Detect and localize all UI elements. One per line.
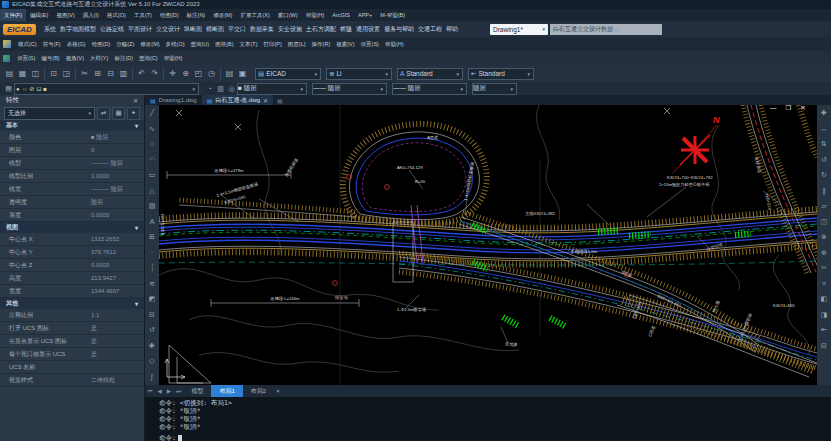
modify-scale-icon[interactable]: ◫ — [821, 214, 828, 230]
property-value[interactable]: 是 — [89, 335, 144, 347]
row3-item-9[interactable]: 文本(T) — [236, 41, 260, 48]
property-value[interactable] — [89, 361, 144, 373]
row4-item-5[interactable]: 查询(C) — [136, 55, 161, 62]
copy-icon[interactable]: ⊞ — [91, 66, 104, 81]
cad-drawing[interactable]: 改建段 L=379m1-4×3.5m钢筋砼盖板涵K3075+045K3075+4… — [159, 105, 817, 385]
row3-item-4[interactable]: 分幅(Z) — [113, 41, 137, 48]
textstyle-combo[interactable]: AStandard▾ — [397, 68, 463, 80]
layer-previous-icon[interactable]: ◔ — [204, 83, 215, 95]
menu-item-5[interactable]: 工具(T) — [130, 9, 156, 21]
eicad-item-2[interactable]: 公路定线 — [98, 25, 126, 34]
close-icon[interactable]: ✕ — [133, 97, 138, 104]
layout-more-icon[interactable]: ▾ — [274, 388, 282, 394]
row3-item-0[interactable]: 模式(C) — [15, 41, 40, 48]
eicad-item-4[interactable]: 立交设计 — [154, 25, 182, 34]
draw-mline-icon[interactable]: ≋ — [149, 276, 155, 292]
draw-line-icon[interactable]: ╱ — [150, 105, 154, 121]
menu-item-3[interactable]: 插入(I) — [79, 9, 103, 21]
select-objects-icon[interactable]: ▦ — [112, 107, 125, 120]
match-icon[interactable]: ▥ — [117, 66, 130, 81]
draw-arc-icon[interactable]: ◠ — [149, 152, 155, 168]
layout-tab-布局2[interactable]: 布局2 — [243, 385, 274, 397]
drawing-tab-1[interactable]: ▤白石互通-改.dwg✕ — [202, 95, 273, 105]
eicad-item-8[interactable]: 数据采集 — [248, 25, 276, 34]
draw-table-icon[interactable]: ⊟ — [149, 307, 155, 323]
drawing-selector[interactable]: Drawing1* ▾ — [490, 24, 548, 35]
paste-icon[interactable]: ⊟ — [104, 66, 117, 81]
property-value[interactable]: 0.0000 — [89, 209, 144, 221]
draw-xline-icon[interactable]: ┆ — [150, 260, 154, 276]
draw-block-icon[interactable]: ⊞ — [149, 229, 155, 245]
draw-plus-icon[interactable]: ✚ — [149, 338, 155, 354]
plot-icon[interactable]: ⊡ — [36, 85, 41, 92]
draw-revcloud-icon[interactable]: ↺ — [149, 322, 155, 338]
close-icon[interactable]: ✕ — [263, 97, 268, 104]
property-value[interactable]: 随层 — [89, 196, 144, 208]
sun-icon[interactable]: ☼ — [22, 86, 28, 92]
cut-icon[interactable]: ✂ — [78, 66, 91, 81]
modify-rotate-icon[interactable]: ↺ — [821, 152, 827, 168]
row3-item-10[interactable]: 打印(P) — [261, 41, 285, 48]
property-value[interactable]: 213.9427 — [89, 272, 144, 284]
section-header-2[interactable]: 其他▾ — [0, 298, 144, 309]
row4-item-1[interactable]: 编号(B) — [38, 55, 62, 62]
menu-item-4[interactable]: 格式(O) — [103, 9, 130, 21]
menu-item-9[interactable]: 扩展工具(X) — [236, 9, 273, 21]
modify-join-icon[interactable]: ≡ — [822, 276, 826, 292]
command-window[interactable]: 命令: <切换到: 布局1>命令: *取消*命令: *取消*命令: *取消* 命… — [145, 397, 831, 441]
plot-icon[interactable]: ⊡ — [47, 66, 60, 81]
open-icon[interactable]: ▦ — [16, 66, 29, 81]
row3-item-7[interactable]: 查询(U) — [188, 41, 213, 48]
row4-item-3[interactable]: 大样(Y) — [87, 55, 111, 62]
row3-item-2[interactable]: 表格(G) — [64, 41, 89, 48]
row3-item-5[interactable]: 修改(M) — [137, 41, 162, 48]
restore-icon[interactable]: ❐ — [786, 104, 792, 112]
zoom-realtime-icon[interactable]: ⊕ — [179, 66, 192, 81]
modify-explode-icon[interactable]: ⊟ — [821, 338, 827, 354]
modify-erase-icon[interactable]: ✚ — [821, 105, 827, 121]
layer-isolate-icon[interactable]: ◎ — [226, 83, 237, 95]
layer-properties-icon[interactable]: ▤ — [3, 83, 14, 95]
zoom-window-icon[interactable]: ◰ — [192, 66, 205, 81]
new-drawing-icon[interactable]: ▤ — [273, 95, 287, 105]
menu-item-8[interactable]: 修改(M) — [209, 9, 236, 21]
close-icon[interactable]: ✕ — [800, 104, 805, 112]
layer-control-combo[interactable]: ●☼⊘⊡■▾ — [14, 83, 199, 95]
menu-item-7[interactable]: 标注(N) — [183, 9, 210, 21]
layout-tab-模型[interactable]: 模型 — [183, 385, 211, 397]
color-combo[interactable]: ■ 随层▾ — [237, 83, 307, 95]
modify-stretch-icon[interactable]: ⇅ — [821, 136, 827, 152]
property-value[interactable]: 1315.2652 — [89, 233, 144, 245]
modify-move-icon[interactable]: ↔ — [821, 121, 828, 137]
menu-item-11[interactable]: 帮助(H) — [302, 9, 329, 21]
selection-combo[interactable]: 无选择 ▾ — [4, 107, 95, 120]
properties-icon[interactable]: ▣ — [236, 66, 249, 81]
layout-nav-1[interactable]: ◀ — [155, 388, 164, 394]
drawing-canvas[interactable]: 改建段 L=379m1-4×3.5m钢筋砼盖板涵K3075+045K3075+4… — [159, 105, 817, 385]
modify-chamfer-icon[interactable]: ◧ — [821, 291, 828, 307]
modify-fillet-icon[interactable]: ◨ — [821, 307, 828, 323]
layout-tab-布局1[interactable]: 布局1 — [211, 385, 242, 397]
layer-states-icon[interactable]: ▥ — [215, 83, 226, 95]
layer-combo[interactable]: ▤EICAD▾ — [255, 68, 321, 80]
property-value[interactable]: 376.7612 — [89, 246, 144, 258]
plotstyle-combo[interactable]: 随层▾ — [472, 83, 517, 95]
modify-mirror-icon[interactable]: ↻ — [821, 167, 827, 183]
modify-break-icon[interactable]: ✂ — [821, 260, 827, 276]
property-value[interactable]: ■ 随层 — [89, 131, 144, 143]
eicad-item-12[interactable]: 通用设置 — [354, 25, 382, 34]
layers-icon[interactable]: ▤ — [223, 66, 236, 81]
draw-rect-icon[interactable]: ▭ — [149, 167, 156, 183]
menu-item-2[interactable]: 视图(V) — [52, 9, 78, 21]
eicad-item-1[interactable]: 数字地面模型 — [58, 25, 98, 34]
modify-trim-icon[interactable]: ⊗ — [821, 229, 827, 245]
section-header-1[interactable]: 视图▾ — [0, 222, 144, 233]
property-value[interactable]: 是 — [89, 348, 144, 360]
draw-text-icon[interactable]: A — [150, 214, 155, 230]
undo-icon[interactable]: ↶ — [135, 66, 148, 81]
draw-hatch-icon[interactable]: ▨ — [149, 198, 156, 214]
zoom-previous-icon[interactable]: ◷ — [205, 66, 218, 81]
bulb-icon[interactable]: ● — [16, 86, 20, 92]
new-icon[interactable]: ▤ — [3, 66, 16, 81]
property-value[interactable]: 0 — [89, 144, 144, 156]
